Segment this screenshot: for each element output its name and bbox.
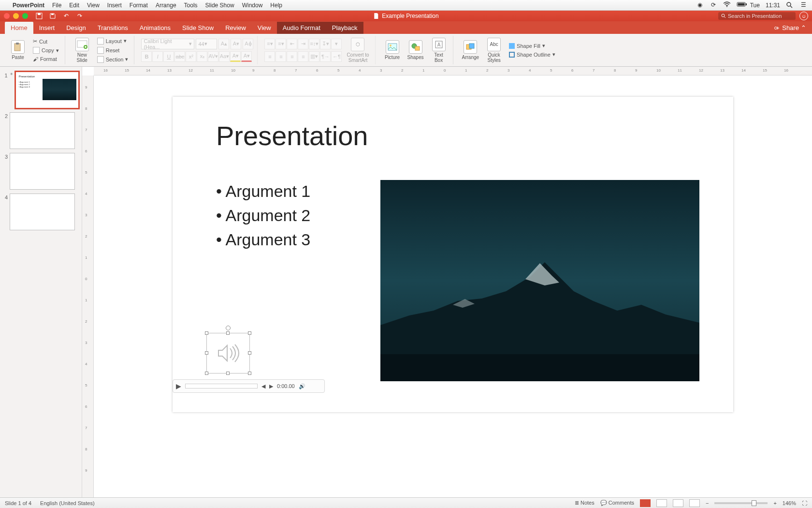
zoom-in-button[interactable]: +	[773, 500, 776, 506]
slide-thumbnail-4[interactable]	[10, 194, 75, 230]
menu-help[interactable]: Help	[270, 2, 282, 9]
feedback-smile-icon[interactable]: ☺	[799, 12, 808, 20]
tab-insert[interactable]: Insert	[33, 22, 61, 34]
status-battery-icon[interactable]	[737, 1, 744, 9]
shape-fill-button[interactable]: Shape Fill▾	[507, 42, 557, 49]
slide-thumbnails-pane[interactable]: 1 ✶ Presentation • Argument 1 • Argument…	[0, 67, 82, 497]
decrease-indent-button[interactable]: ⇤	[287, 39, 297, 49]
menu-insert[interactable]: Insert	[107, 2, 122, 9]
status-day[interactable]: Tue	[750, 2, 760, 9]
slideshow-view-button[interactable]	[689, 499, 700, 507]
control-center-icon[interactable]: ☰	[799, 1, 807, 9]
app-name[interactable]: PowerPoint	[13, 2, 44, 9]
resize-handle-nw[interactable]	[205, 331, 208, 335]
underline-button[interactable]: U	[163, 51, 174, 62]
slide-count-status[interactable]: Slide 1 of 4	[5, 500, 31, 506]
resize-handle-ne[interactable]	[248, 331, 251, 335]
new-slide-button[interactable]: New Slide	[72, 37, 92, 64]
skip-back-button[interactable]: ◀	[261, 383, 265, 389]
copy-button[interactable]: Copy▾	[31, 46, 61, 54]
change-case-button[interactable]: Aa▾	[219, 51, 230, 62]
resize-handle-w[interactable]	[205, 351, 208, 355]
slide-bullets[interactable]: Argument 1 Argument 2 Argument 3	[216, 179, 310, 252]
tab-review[interactable]: Review	[219, 22, 252, 34]
textbox-button[interactable]: AText Box	[429, 37, 449, 64]
normal-view-button[interactable]	[640, 499, 651, 507]
shapes-button[interactable]: Shapes	[406, 39, 426, 61]
bullet-2[interactable]: Argument 2	[216, 203, 310, 227]
audio-object[interactable]	[206, 333, 250, 374]
clear-formatting-button[interactable]: Aϕ	[243, 39, 253, 49]
autosave-icon[interactable]	[35, 12, 44, 20]
zoom-window-button[interactable]	[22, 13, 28, 19]
undo-icon[interactable]: ↶	[62, 12, 71, 20]
fit-to-window-button[interactable]: ⛶	[802, 500, 807, 506]
resize-handle-n[interactable]	[226, 331, 230, 335]
section-button[interactable]: Section▾	[95, 56, 130, 63]
text-direction-button[interactable]: ↧▾	[320, 39, 331, 49]
quick-styles-button[interactable]: AbcQuick Styles	[484, 37, 504, 64]
rtl-button[interactable]: ←¶	[331, 51, 342, 62]
align-right-button[interactable]: ≡	[287, 51, 297, 62]
play-button[interactable]: ▶	[176, 382, 181, 390]
menu-format[interactable]: Format	[130, 2, 148, 9]
shrink-font-button[interactable]: A▾	[231, 39, 241, 49]
tab-view[interactable]: View	[252, 22, 277, 34]
character-spacing-button[interactable]: AV▾	[208, 51, 218, 62]
resize-handle-e[interactable]	[248, 351, 251, 355]
arrange-button[interactable]: Arrange	[460, 39, 481, 61]
spotlight-icon[interactable]	[786, 1, 794, 9]
bullet-3[interactable]: Argument 3	[216, 227, 310, 252]
tab-slideshow[interactable]: Slide Show	[176, 22, 219, 34]
shape-outline-button[interactable]: Shape Outline▾	[507, 51, 557, 58]
font-color-button[interactable]: A▾	[241, 51, 252, 62]
horizontal-ruler[interactable]: 1615141312111098765432101234567891011121…	[94, 67, 812, 75]
zoom-value[interactable]: 146%	[783, 500, 796, 506]
format-painter-button[interactable]: 🖌Format	[31, 56, 61, 62]
layout-button[interactable]: Layout▾	[95, 37, 130, 45]
menu-arrange[interactable]: Arrange	[156, 2, 176, 9]
slide-image[interactable]	[380, 180, 699, 381]
menu-file[interactable]: File	[52, 2, 61, 9]
align-left-button[interactable]: ≡	[264, 51, 275, 62]
numbering-button[interactable]: ≡▾	[276, 39, 286, 49]
bullet-1[interactable]: Argument 1	[216, 179, 310, 203]
skip-forward-button[interactable]: ▶	[269, 383, 273, 389]
resize-handle-s[interactable]	[226, 372, 230, 375]
menu-tools[interactable]: Tools	[184, 2, 198, 9]
tab-playback[interactable]: Playback	[326, 22, 363, 34]
slide-thumbnail-3[interactable]	[10, 153, 75, 190]
menu-window[interactable]: Window	[242, 2, 263, 9]
resize-handle-sw[interactable]	[205, 372, 208, 375]
increase-indent-button[interactable]: ⇥	[298, 39, 308, 49]
status-cloud-icon[interactable]: ◉	[696, 1, 704, 9]
save-icon[interactable]	[48, 12, 57, 20]
zoom-knob[interactable]	[752, 500, 756, 506]
search-input[interactable]: Search in Presentation	[718, 12, 796, 20]
columns-button[interactable]: ▥▾	[309, 51, 319, 62]
status-sync-icon[interactable]: ⟳	[710, 1, 717, 9]
picture-button[interactable]: Picture	[382, 39, 403, 61]
cut-button[interactable]: ✂Cut	[31, 38, 61, 45]
close-window-button[interactable]	[4, 13, 10, 19]
tab-home[interactable]: Home	[5, 22, 33, 34]
align-text-button[interactable]: ▾	[331, 39, 342, 49]
resize-handle-se[interactable]	[248, 372, 251, 375]
font-size-select[interactable]: 44▾	[196, 39, 217, 49]
redo-icon[interactable]: ↷	[75, 12, 84, 20]
menu-slideshow[interactable]: Slide Show	[205, 2, 234, 9]
zoom-slider[interactable]	[714, 502, 768, 504]
sorter-view-button[interactable]	[656, 499, 667, 507]
justify-button[interactable]: ≡	[298, 51, 308, 62]
subscript-button[interactable]: x₂	[197, 51, 207, 62]
line-spacing-button[interactable]: ≡↕▾	[309, 39, 319, 49]
italic-button[interactable]: I	[152, 51, 163, 62]
slide[interactable]: Presentation Argument 1 Argument 2 Argum…	[173, 97, 733, 412]
tab-animations[interactable]: Animations	[134, 22, 176, 34]
menu-view[interactable]: View	[87, 2, 100, 9]
align-center-button[interactable]: ≡	[276, 51, 286, 62]
tab-audio-format[interactable]: Audio Format	[277, 22, 326, 34]
slide-title[interactable]: Presentation	[216, 120, 368, 151]
notes-button[interactable]: ≣ Notes	[575, 500, 594, 506]
font-family-select[interactable]: Calibri Light (Hea...▾	[141, 39, 194, 49]
